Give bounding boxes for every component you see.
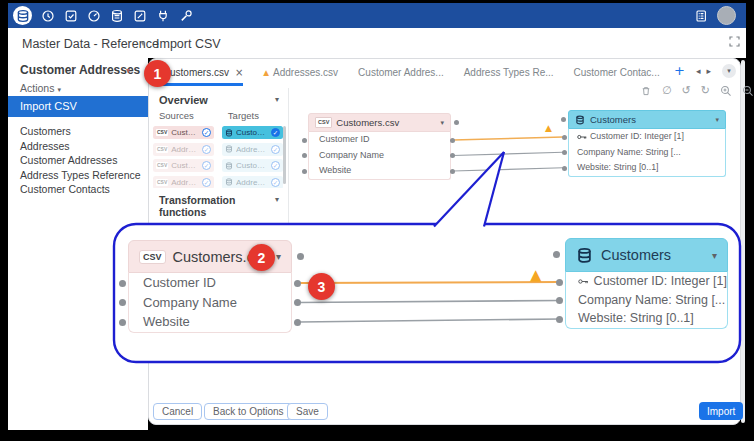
target-node-header[interactable]: Customers ▾ (568, 110, 726, 129)
source-node-small[interactable]: CSV Customers.csv ▾ Customer ID Company … (308, 113, 451, 180)
field-row[interactable]: Website (129, 312, 291, 332)
source-chip-addresses[interactable]: CSVAddresses...✓ (153, 143, 214, 156)
entity-caret-icon[interactable]: ▾ (126, 66, 130, 75)
port[interactable] (450, 169, 455, 174)
import-button[interactable]: Import (699, 402, 743, 420)
port[interactable] (294, 280, 301, 287)
user-avatar[interactable] (717, 6, 736, 25)
field-row[interactable]: Customer ID: Integer [1] (566, 272, 727, 291)
field-row[interactable]: Company Name (129, 293, 291, 313)
zoom-out-icon[interactable] (742, 85, 754, 97)
port[interactable] (294, 299, 301, 306)
vertical-scrollbar[interactable] (741, 60, 745, 423)
wrench-icon[interactable] (179, 9, 193, 23)
tab-addresses-csv[interactable]: ▲ Addresses.csv (263, 58, 338, 86)
collapse-caret-icon[interactable]: ▾ (275, 95, 279, 104)
port[interactable] (119, 299, 126, 306)
redo-icon[interactable]: ↻ (701, 84, 710, 97)
sidebar-entity-title[interactable]: Customer Addresses (20, 63, 140, 77)
field-row[interactable]: Website: String [0..1] (566, 309, 727, 328)
sidebar-item-addresses[interactable]: Addresses (8, 139, 148, 154)
port[interactable] (553, 251, 560, 258)
port[interactable] (302, 153, 307, 158)
functions-select[interactable]: All functions▾ (158, 224, 280, 241)
node-caret-icon[interactable]: ▾ (712, 250, 717, 261)
fullscreen-icon[interactable] (729, 36, 740, 47)
port[interactable] (556, 316, 563, 323)
data-module-button[interactable] (13, 6, 32, 25)
field-row[interactable]: Company Name: String [... (569, 145, 725, 161)
save-button[interactable]: Save (287, 403, 328, 420)
back-to-options-button[interactable]: Back to Options (204, 403, 293, 420)
target-node-header[interactable]: Customers ▾ (565, 238, 728, 272)
field-row[interactable]: Customer ID (129, 273, 291, 293)
overview-header[interactable]: Overview▾ (149, 88, 288, 110)
target-chip-customer-addresses[interactable]: Customer ...✓ (222, 159, 283, 172)
panel-scrollbar[interactable] (283, 126, 287, 184)
port[interactable] (562, 150, 567, 155)
gauge-icon[interactable] (87, 9, 101, 23)
workspace-title[interactable]: Master Data - Reference (22, 37, 159, 51)
port[interactable] (119, 280, 126, 287)
actions-menu[interactable]: Actions▾ (20, 82, 61, 94)
field-row[interactable]: Company Name (309, 148, 450, 164)
workspace-caret-icon[interactable]: ▾ (141, 39, 145, 48)
port[interactable] (302, 138, 307, 143)
data-editor-icon[interactable] (110, 9, 124, 23)
add-tab-icon[interactable]: + (674, 63, 685, 78)
target-chip-address-types[interactable]: Address T...✓ (222, 176, 283, 189)
source-chip-address-types[interactable]: CSVAddress T...✓ (153, 176, 214, 189)
prev-tab-icon[interactable]: ◂ (696, 66, 701, 76)
source-chip-customers[interactable]: CSVCustomer...✓ (153, 126, 214, 139)
field-row[interactable]: Website: String [0..1] (569, 160, 725, 176)
collapse-caret-icon[interactable]: ▾ (275, 195, 279, 204)
cancel-button[interactable]: Cancel (153, 403, 202, 420)
tab-menu-icon[interactable]: ▾ (722, 64, 736, 78)
node-caret-icon[interactable]: ▾ (276, 251, 281, 262)
sidebar-item-customer-contacts[interactable]: Customer Contacts (8, 182, 148, 197)
port[interactable] (562, 135, 567, 140)
close-tab-icon[interactable]: × (235, 67, 243, 78)
tab-customer-addresses[interactable]: Customer Addres... (358, 58, 444, 86)
port[interactable] (450, 153, 455, 158)
port[interactable] (561, 117, 566, 122)
sidebar-item-import-csv[interactable]: Import CSV (8, 96, 148, 117)
node-caret-icon[interactable]: ▾ (715, 116, 719, 124)
sidebar-item-customer-addresses[interactable]: Customer Addresses (8, 153, 148, 168)
port[interactable] (302, 169, 307, 174)
source-chip-customer-addresses[interactable]: CSVCustomer ...✓ (153, 159, 214, 172)
field-row[interactable]: Customer ID: Integer [1] (569, 129, 725, 145)
target-node-large[interactable]: Customers ▾ Customer ID: Integer [1] Com… (565, 238, 728, 329)
field-row[interactable]: Customer ID (309, 132, 450, 148)
port[interactable] (562, 166, 567, 171)
sidebar-item-customers[interactable]: Customers (8, 124, 148, 139)
target-node-small[interactable]: Customers ▾ Customer ID: Integer [1] Com… (568, 110, 726, 177)
form-edit-icon[interactable] (133, 9, 147, 23)
field-row[interactable]: Website (309, 163, 450, 179)
node-caret-icon[interactable]: ▾ (440, 119, 444, 127)
port[interactable] (294, 319, 301, 326)
tab-address-types[interactable]: Address Types Re... (464, 58, 554, 86)
zoom-in-icon[interactable] (720, 85, 732, 97)
port[interactable] (556, 279, 563, 286)
source-node-header[interactable]: CSV Customers.csv ▾ (308, 113, 451, 132)
transformation-header[interactable]: Transformation functions▾ (149, 188, 288, 222)
sidebar-item-address-types-reference[interactable]: Address Types Reference (8, 168, 148, 183)
port[interactable] (119, 319, 126, 326)
undo-icon[interactable]: ↺ (682, 84, 691, 97)
field-row[interactable]: Company Name: String [... (566, 291, 727, 310)
unlink-icon[interactable]: ∅ (662, 84, 672, 97)
tab-customer-contacts[interactable]: Customer Contac... (574, 58, 660, 86)
port[interactable] (556, 297, 563, 304)
task-check-icon[interactable] (64, 9, 78, 23)
notebook-icon[interactable] (694, 9, 708, 23)
next-tab-icon[interactable]: ▸ (706, 66, 711, 76)
trash-icon[interactable] (640, 85, 652, 97)
plug-icon[interactable] (156, 9, 170, 23)
target-chip-customers[interactable]: Customers✓ (222, 126, 283, 139)
port[interactable] (450, 138, 455, 143)
clock-icon[interactable] (41, 9, 55, 23)
target-chip-addresses[interactable]: Addresses✓ (222, 143, 283, 156)
port[interactable] (454, 120, 459, 125)
port[interactable] (297, 253, 304, 260)
